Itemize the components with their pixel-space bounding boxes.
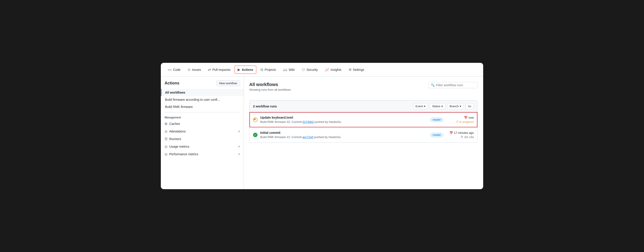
sidebar-item-build-rmk[interactable]: Build RMK firmware: [161, 103, 244, 110]
sidebar-item-usage-metrics[interactable]: ◎ Usage metrics ↗: [161, 143, 244, 150]
nav-item-insights[interactable]: 📈 Insights: [322, 65, 344, 74]
status-in-progress-icon: [253, 118, 258, 122]
run-1-description: Build RMK firmware #2: Commit 01743b2 pu…: [260, 120, 426, 124]
event-filter-button[interactable]: Event ▾: [413, 103, 428, 109]
pull-requests-icon: ⇄: [208, 68, 211, 72]
run-1-commit-link[interactable]: 01743b2: [302, 120, 314, 124]
sidebar: Actions New workflow All workflows Build…: [161, 77, 244, 189]
projects-icon: ⊟: [260, 68, 263, 72]
actions-play-icon: ▶: [238, 68, 240, 72]
sidebar-item-all-workflows[interactable]: All workflows: [161, 89, 244, 96]
run-1-meta: 📅 now ⏱ In progress: [447, 116, 474, 124]
nav-item-security[interactable]: 🛡 Security: [299, 66, 321, 74]
settings-icon: ⚙: [349, 68, 352, 72]
sidebar-title: Actions: [164, 81, 179, 86]
main-top: All workflows Showing runs from all work…: [249, 82, 478, 96]
clock-icon-1: ⏱: [456, 120, 458, 124]
workflow-runs-container: 2 workflow runs Event ▾ Status ▾ Branch: [249, 100, 478, 142]
nav-item-issues[interactable]: ⊙ Issues: [184, 65, 204, 74]
sidebar-header: Actions New workflow: [161, 80, 244, 89]
security-icon: 🛡: [302, 68, 305, 72]
performance-metrics-external-icon: ↗: [238, 153, 240, 156]
runs-header: 2 workflow runs Event ▾ Status ▾ Branch: [250, 101, 478, 112]
run-2-meta: 📅 17 minutes ago ⏱ 2m 14s: [447, 131, 474, 139]
workflow-run-2[interactable]: ✓ Initial commit Build RMK firmware #1: …: [250, 127, 478, 142]
actor-filter-button[interactable]: Ac: [466, 103, 474, 109]
top-nav: <> Code ⊙ Issues ⇄ Pull requests ▶ Actio…: [161, 63, 483, 77]
sidebar-item-build-firmware[interactable]: Build firmware according to user confi…: [161, 96, 244, 103]
run-2-branch-badge: master: [430, 133, 443, 137]
attestations-external-icon: ↗: [238, 130, 240, 133]
run-2-duration: ⏱ 2m 14s: [447, 135, 474, 139]
page-subtitle: Showing runs from all workflows: [249, 88, 291, 91]
sidebar-item-caches[interactable]: ⊞ Caches: [161, 120, 244, 127]
run-1-info: Update keyboard.toml Build RMK firmware …: [260, 116, 426, 124]
clock-icon-2: ⏱: [460, 135, 463, 139]
nav-item-settings[interactable]: ⚙ Settings: [346, 65, 368, 74]
filter-workflow-runs-input[interactable]: [436, 83, 475, 87]
attestations-icon: ◎: [164, 129, 168, 133]
main-top-left: All workflows Showing runs from all work…: [249, 82, 291, 96]
sidebar-divider: [164, 112, 240, 112]
wiki-icon: 📖: [283, 68, 287, 72]
branch-filter-button[interactable]: Branch ▾: [447, 103, 464, 109]
status-success-icon: ✓: [253, 133, 258, 137]
run-1-duration: ⏱ In progress: [447, 120, 474, 124]
nav-item-actions[interactable]: ▶ Actions: [234, 65, 256, 74]
run-1-time: 📅 now: [447, 116, 474, 119]
insights-icon: 📈: [325, 68, 329, 72]
search-area: 🔍: [428, 82, 478, 88]
sidebar-item-attestations[interactable]: ◎ Attestations ↗: [161, 127, 244, 135]
status-filter-button[interactable]: Status ▾: [430, 103, 446, 109]
run-2-info: Initial commit Build RMK firmware #1: Co…: [260, 131, 426, 139]
run-2-commit-link[interactable]: acc71e0: [302, 135, 314, 139]
management-section-label: Management: [161, 114, 244, 120]
main-window: <> Code ⊙ Issues ⇄ Pull requests ▶ Actio…: [161, 63, 483, 189]
performance-metrics-icon: ◎: [164, 152, 168, 156]
filter-search-box[interactable]: 🔍: [428, 82, 478, 88]
sidebar-item-runners[interactable]: ☰ Runners: [161, 135, 244, 143]
calendar-icon-1: 📅: [464, 116, 468, 119]
page-title: All workflows: [249, 82, 291, 87]
nav-item-wiki[interactable]: 📖 Wiki: [280, 65, 298, 74]
runs-filters: Event ▾ Status ▾ Branch ▾ Ac: [413, 103, 474, 109]
usage-metrics-icon: ◎: [164, 144, 168, 148]
layout: Actions New workflow All workflows Build…: [161, 77, 483, 189]
nav-item-pull-requests[interactable]: ⇄ Pull requests: [205, 65, 234, 74]
usage-metrics-external-icon: ↗: [238, 145, 240, 148]
nav-item-projects[interactable]: ⊟ Projects: [257, 65, 279, 74]
branch-chevron-icon: ▾: [460, 105, 461, 108]
run-1-branch-badge: master: [430, 118, 443, 122]
runners-icon: ☰: [164, 137, 168, 141]
caches-icon: ⊞: [164, 122, 168, 126]
code-icon: <>: [168, 68, 172, 72]
search-icon: 🔍: [431, 83, 435, 87]
status-chevron-icon: ▾: [441, 105, 443, 108]
event-chevron-icon: ▾: [424, 105, 426, 108]
run-2-description: Build RMK firmware #1: Commit acc71e0 pu…: [260, 135, 426, 139]
sidebar-item-performance-metrics[interactable]: ◎ Performance metrics ↗: [161, 150, 244, 158]
runs-count: 2 workflow runs: [253, 105, 277, 108]
issues-icon: ⊙: [188, 68, 190, 72]
run-2-name: Initial commit: [260, 131, 426, 134]
calendar-icon-2: 📅: [450, 131, 453, 134]
nav-item-code[interactable]: <> Code: [164, 66, 184, 74]
run-1-name: Update keyboard.toml: [260, 116, 426, 119]
main-content: All workflows Showing runs from all work…: [244, 77, 483, 189]
run-2-time: 📅 17 minutes ago: [447, 131, 474, 134]
workflow-run-1[interactable]: Update keyboard.toml Build RMK firmware …: [250, 112, 478, 127]
new-workflow-button[interactable]: New workflow: [216, 80, 240, 86]
